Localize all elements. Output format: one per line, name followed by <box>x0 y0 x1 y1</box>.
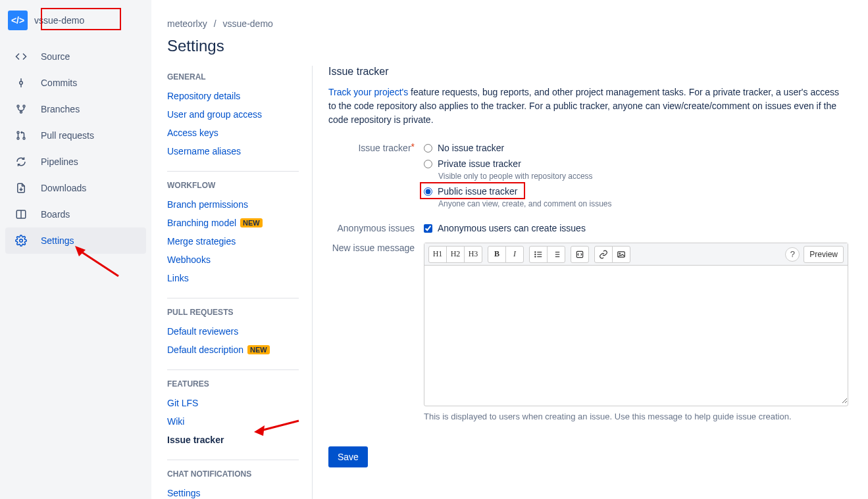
section-chat: CHAT NOTIFICATIONS <box>167 460 299 479</box>
track-project-link[interactable]: Track your project's <box>328 87 408 97</box>
checkbox-anon[interactable]: Anonymous users can create issues <box>424 223 848 233</box>
sidebar-item-label: Source <box>41 51 70 62</box>
svg-point-7 <box>17 137 19 139</box>
main: meteorlxy / vssue-demo Settings GENERAL … <box>151 0 868 499</box>
label-new-issue-msg: New issue message <box>328 243 424 421</box>
panel-title: Issue tracker <box>328 66 848 78</box>
radio-input[interactable] <box>424 187 432 196</box>
radio-input[interactable] <box>424 144 432 153</box>
tool-ol-icon[interactable] <box>547 246 565 263</box>
sidebar-item-label: Pull requests <box>41 130 94 141</box>
radio-no-tracker[interactable]: No issue tracker <box>424 143 848 153</box>
hint-private: Visible only to people with repository a… <box>438 172 848 181</box>
setlink-default-reviewers[interactable]: Default reviewers <box>167 322 299 341</box>
sidebar-item-pipelines[interactable]: Pipelines <box>5 149 146 175</box>
tool-h3[interactable]: H3 <box>464 246 482 263</box>
breadcrumb-repo[interactable]: vssue-demo <box>223 18 273 29</box>
sidebar-item-label: Commits <box>41 78 77 88</box>
setlink-wiki[interactable]: Wiki <box>167 412 299 431</box>
svg-point-0 <box>20 82 23 85</box>
checkbox-input[interactable] <box>424 224 432 233</box>
sidebar-item-branches[interactable]: Branches <box>5 96 146 122</box>
breadcrumb: meteorlxy / vssue-demo <box>167 18 868 29</box>
editor-hint: This is displayed to users when creating… <box>424 412 848 421</box>
svg-point-13 <box>20 239 23 243</box>
sidebar-item-label: Branches <box>41 104 80 114</box>
setlink-chat-settings[interactable]: Settings <box>167 484 299 499</box>
radio-input[interactable] <box>424 160 432 168</box>
sidebar-item-source[interactable]: Source <box>5 43 146 70</box>
sidebar-item-pull-requests[interactable]: Pull requests <box>5 122 146 149</box>
label-issue-tracker: Issue tracker* <box>328 143 424 214</box>
section-pull-requests: PULL REQUESTS <box>167 298 299 317</box>
breadcrumb-sep: / <box>214 18 217 29</box>
tool-code-icon[interactable] <box>571 246 589 263</box>
new-badge: NEW <box>247 345 270 354</box>
branch-icon <box>14 103 28 115</box>
sidebar-item-downloads[interactable]: Downloads <box>5 175 146 201</box>
radio-private-tracker[interactable]: Private issue tracker <box>424 158 848 169</box>
project-header[interactable]: </> vssue-demo <box>8 11 143 30</box>
editor-textarea[interactable] <box>424 266 848 404</box>
setlink-branch-permissions[interactable]: Branch permissions <box>167 195 299 214</box>
svg-point-21 <box>535 251 536 252</box>
svg-point-8 <box>23 137 25 139</box>
settings-nav: GENERAL Repository details User and grou… <box>167 66 312 499</box>
setlink-repository-details[interactable]: Repository details <box>167 87 299 105</box>
sidebar-item-label: Pipelines <box>41 156 78 167</box>
content-panel: Issue tracker Track your project's featu… <box>312 66 868 499</box>
sidebar-item-commits[interactable]: Commits <box>5 70 146 96</box>
radio-public-tracker[interactable]: Public issue tracker <box>424 186 848 197</box>
new-badge: NEW <box>240 218 263 227</box>
board-icon <box>14 208 28 220</box>
code-icon: </> <box>8 11 28 30</box>
tool-h2[interactable]: H2 <box>446 246 465 263</box>
tool-link-icon[interactable] <box>594 246 613 263</box>
section-workflow: WORKFLOW <box>167 171 299 190</box>
sidebar-item-boards[interactable]: Boards <box>5 201 146 227</box>
gear-icon <box>14 235 28 247</box>
section-features: FEATURES <box>167 369 299 389</box>
sidebar-item-label: Downloads <box>41 183 86 193</box>
setlink-links[interactable]: Links <box>167 269 299 287</box>
setlink-webhooks[interactable]: Webhooks <box>167 250 299 269</box>
save-button[interactable]: Save <box>328 446 368 467</box>
setlink-default-description[interactable]: Default descriptionNEW <box>167 341 299 359</box>
page-title: Settings <box>167 37 868 55</box>
project-name: vssue-demo <box>34 15 84 26</box>
sidebar: </> vssue-demo Source Commits Branches P… <box>0 0 151 499</box>
svg-point-23 <box>535 256 536 256</box>
setlink-access-keys[interactable]: Access keys <box>167 124 299 142</box>
tool-h1[interactable]: H1 <box>428 246 447 263</box>
tool-image-icon[interactable] <box>612 246 630 263</box>
commit-icon <box>14 77 28 89</box>
setlink-username-aliases[interactable]: Username aliases <box>167 142 299 160</box>
setlink-merge-strategies[interactable]: Merge strategies <box>167 232 299 250</box>
tool-ul-icon[interactable] <box>529 246 548 263</box>
tool-help-icon[interactable]: ? <box>785 247 800 262</box>
code-icon <box>14 51 28 62</box>
setlink-issue-tracker[interactable]: Issue tracker <box>167 431 299 449</box>
svg-point-6 <box>17 131 19 133</box>
pullrequest-icon <box>14 130 28 141</box>
panel-description: Track your project's feature requests, b… <box>328 85 848 127</box>
tool-bold[interactable]: B <box>488 246 506 263</box>
sidebar-item-label: Settings <box>41 235 74 246</box>
setlink-branching-model[interactable]: Branching modelNEW <box>167 214 299 232</box>
svg-point-5 <box>20 111 22 113</box>
breadcrumb-owner[interactable]: meteorlxy <box>167 18 207 29</box>
editor: H1 H2 H3 B I <box>424 243 848 406</box>
setlink-user-group-access[interactable]: User and group access <box>167 105 299 124</box>
svg-point-22 <box>535 254 536 254</box>
svg-point-29 <box>619 252 621 254</box>
preview-button[interactable]: Preview <box>804 246 844 263</box>
nav-list: Source Commits Branches Pull requests Pi… <box>5 43 146 254</box>
hint-public: Anyone can view, create, and comment on … <box>438 199 848 208</box>
tool-italic[interactable]: I <box>505 246 524 263</box>
setlink-git-lfs[interactable]: Git LFS <box>167 394 299 412</box>
svg-point-3 <box>17 105 19 107</box>
sidebar-item-settings[interactable]: Settings <box>5 227 146 254</box>
section-general: GENERAL <box>167 72 299 82</box>
svg-line-14 <box>80 251 118 276</box>
svg-point-4 <box>23 105 25 107</box>
